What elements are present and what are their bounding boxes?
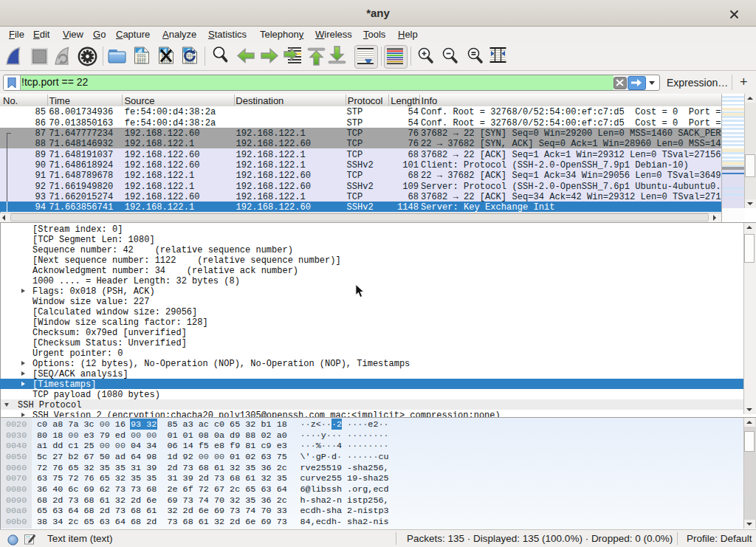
svg-text:0111: 0111 <box>137 61 146 65</box>
